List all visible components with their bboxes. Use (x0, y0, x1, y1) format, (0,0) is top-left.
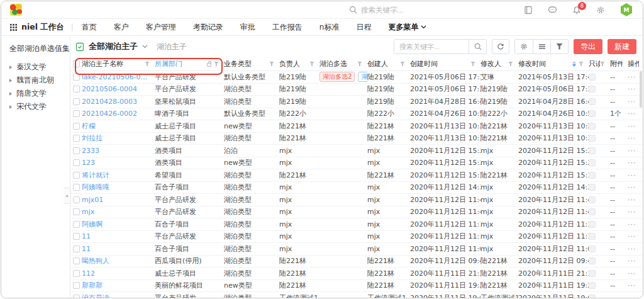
select-all-checkbox[interactable] (73, 60, 80, 67)
nav-item[interactable]: 客户 (114, 22, 129, 33)
nav-more-menu[interactable]: 更多菜单 (388, 22, 426, 33)
export-button[interactable]: 导出 (574, 39, 602, 54)
row-select-checkbox[interactable] (73, 208, 80, 215)
app-logo[interactable] (10, 4, 22, 16)
filter-funnel-icon[interactable] (145, 62, 150, 67)
row-actions-button[interactable]: ··· (628, 98, 636, 106)
sidebar-tree-item[interactable]: 隋唐文学 (9, 87, 70, 100)
row-select-checkbox[interactable] (73, 74, 80, 81)
workspace-switcher[interactable]: niel 工作台 (10, 22, 64, 33)
record-name-link[interactable]: 那那那 (82, 281, 103, 290)
table-search-input[interactable] (394, 40, 469, 54)
col-header-dept[interactable]: 所属部门 (155, 57, 224, 71)
sidebar-tree-item[interactable]: 魏晋南北朝 (9, 74, 70, 87)
row-actions-button[interactable]: ··· (628, 196, 636, 204)
filter-funnel-icon[interactable] (357, 62, 362, 67)
settings-gear-icon[interactable] (596, 6, 605, 14)
nav-item[interactable]: 考勤记录 (193, 22, 223, 33)
row-select-checkbox[interactable] (73, 86, 80, 93)
manual-icon[interactable] (524, 6, 533, 14)
nav-item[interactable]: 首页 (82, 22, 97, 33)
sidebar-tree-item[interactable]: 宋代文学 (9, 100, 70, 113)
record-name-link[interactable]: 20210426-0002 (82, 110, 137, 118)
row-actions-button[interactable]: ··· (628, 73, 636, 81)
create-button[interactable]: 新建 (608, 39, 636, 54)
record-name-link[interactable]: 11 (82, 232, 91, 240)
filter-funnel-icon[interactable] (579, 62, 584, 67)
record-name-link[interactable]: 20210506-0004 (82, 85, 137, 93)
record-name-link[interactable]: 阿姨啊 (82, 220, 103, 229)
row-select-checkbox[interactable] (73, 110, 80, 117)
expand-arrow-icon[interactable] (9, 79, 12, 82)
row-actions-button[interactable]: ··· (628, 220, 636, 228)
sidebar-tree-item[interactable]: 秦汉文学 (9, 60, 70, 74)
col-header-name[interactable]: 湖泊主子名称 (82, 57, 155, 71)
row-actions-button[interactable]: ··· (628, 171, 636, 179)
row-select-checkbox[interactable] (73, 221, 80, 228)
nav-item[interactable]: 审批 (240, 22, 255, 33)
row-actions-button[interactable]: ··· (628, 232, 636, 240)
view-title-group[interactable]: 全部湖泊主子 (75, 41, 148, 52)
col-header-created[interactable]: 创建时间 (410, 57, 480, 71)
col-header-tags[interactable]: 湖泊多选 (319, 57, 367, 71)
record-name-link[interactable]: 阿姨嘎嘎 (82, 183, 109, 192)
column-settings-gear-icon[interactable] (515, 40, 533, 54)
row-select-checkbox[interactable] (73, 196, 80, 203)
row-select-checkbox[interactable] (73, 282, 80, 289)
row-actions-button[interactable]: ··· (628, 183, 636, 191)
record-name-link[interactable]: lake-20210506-0005 (82, 73, 150, 81)
row-actions-button[interactable]: ··· (628, 159, 636, 167)
row-select-checkbox[interactable] (73, 257, 80, 264)
filter-funnel-icon[interactable] (550, 40, 568, 54)
row-actions-button[interactable]: ··· (628, 134, 636, 142)
row-select-checkbox[interactable] (73, 98, 80, 105)
col-header-attach[interactable]: 附件 (610, 57, 628, 71)
vertical-scrollbar-thumb[interactable] (640, 71, 642, 108)
row-actions-button[interactable]: ··· (628, 269, 636, 278)
col-header-modified[interactable]: 修改时间 (518, 57, 589, 71)
user-avatar[interactable]: M (620, 3, 633, 16)
row-select-checkbox[interactable] (73, 135, 80, 142)
col-header-type[interactable]: 业务类型 (224, 57, 279, 71)
filter-funnel-icon[interactable] (470, 62, 475, 67)
record-name-link[interactable]: 没有晨读 (82, 293, 109, 298)
row-select-checkbox[interactable] (73, 123, 80, 130)
sidebar-collapse-handle[interactable]: « (64, 188, 71, 204)
record-name-link[interactable]: mjx01 (82, 196, 103, 204)
row-select-checkbox[interactable] (73, 270, 80, 277)
row-select-checkbox[interactable] (73, 147, 80, 154)
row-actions-button[interactable]: ··· (628, 281, 636, 290)
col-header-creator[interactable]: 创建人 (367, 57, 410, 71)
nav-item[interactable]: 客户管理 (146, 22, 176, 33)
messages-icon[interactable] (548, 6, 557, 14)
record-name-link[interactable]: 20210428-0003 (82, 98, 137, 106)
record-name-link[interactable]: 柠檬 (82, 121, 96, 131)
row-actions-button[interactable]: ··· (628, 257, 636, 265)
row-density-icon[interactable] (533, 40, 550, 54)
refresh-button[interactable] (492, 39, 509, 54)
nav-item[interactable]: 工作报告 (272, 22, 303, 33)
sort-icon[interactable] (572, 61, 576, 67)
filter-funnel-icon[interactable] (214, 62, 219, 67)
row-actions-button[interactable]: ··· (628, 294, 636, 298)
row-actions-button[interactable]: ··· (628, 85, 636, 93)
row-select-checkbox[interactable] (73, 184, 80, 191)
row-select-checkbox[interactable] (73, 172, 80, 179)
global-search-input[interactable] (361, 6, 430, 14)
expand-arrow-icon[interactable] (9, 65, 12, 69)
row-actions-button[interactable]: ··· (628, 208, 636, 216)
col-header-readonly[interactable]: 只读 (589, 57, 610, 71)
record-name-link[interactable]: 将计就计 (82, 171, 109, 180)
nav-item[interactable]: 日程 (356, 22, 371, 33)
record-name-link[interactable]: 112 (82, 269, 95, 278)
row-actions-button[interactable]: ··· (628, 245, 636, 253)
col-header-owner[interactable]: 负责人 (279, 57, 319, 71)
record-name-link[interactable]: 刘拉拉 (82, 133, 103, 143)
row-select-checkbox[interactable] (73, 245, 80, 252)
row-actions-button[interactable]: ··· (628, 122, 636, 130)
row-actions-button[interactable]: ··· (628, 147, 636, 155)
row-actions-button[interactable]: ··· (628, 110, 636, 118)
col-header-modifier[interactable]: 修改人 (480, 57, 518, 71)
row-select-checkbox[interactable] (73, 159, 80, 166)
expand-arrow-icon[interactable] (9, 105, 12, 109)
